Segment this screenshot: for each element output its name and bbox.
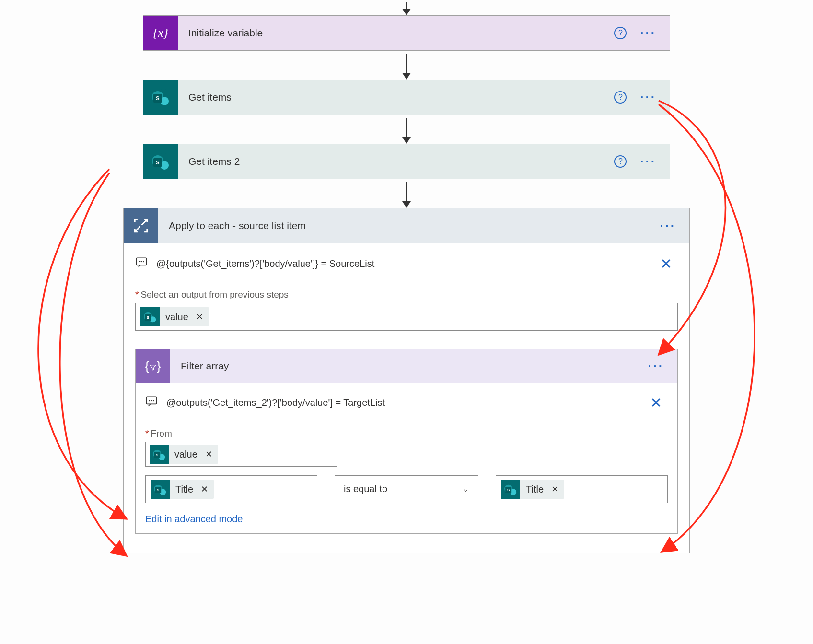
comment-text: @{outputs('Get_items')?['body/value']} =… xyxy=(156,258,374,269)
close-icon[interactable]: ✕ xyxy=(660,255,678,272)
flow-arrow xyxy=(402,179,411,208)
flow-arrow xyxy=(402,51,411,80)
step-title: Get items xyxy=(178,92,614,103)
step-title: Filter array xyxy=(170,360,648,372)
variable-icon: {x} xyxy=(143,16,178,50)
step-title: Get items 2 xyxy=(178,156,614,167)
step-title: Apply to each - source list item xyxy=(158,220,660,231)
token-value[interactable]: S value ✕ xyxy=(150,445,218,464)
comment-icon xyxy=(135,256,148,272)
edit-advanced-link[interactable]: Edit in advanced mode xyxy=(145,514,668,525)
condition-operator-select[interactable]: is equal to ⌄ xyxy=(335,475,478,502)
from-input[interactable]: S value ✕ xyxy=(145,442,337,467)
more-icon[interactable]: ··· xyxy=(660,218,676,233)
chevron-down-icon: ⌄ xyxy=(462,483,469,494)
field-label: *From xyxy=(145,428,668,439)
help-icon[interactable]: ? xyxy=(614,155,627,168)
close-icon[interactable]: ✕ xyxy=(650,394,668,411)
loop-icon xyxy=(124,208,158,243)
step-title: Initialize variable xyxy=(178,27,614,39)
filter-icon: {} xyxy=(136,349,170,383)
svg-point-3 xyxy=(143,261,144,262)
svg-point-1 xyxy=(139,261,139,262)
help-icon[interactable]: ? xyxy=(614,27,627,39)
sharepoint-icon: S xyxy=(143,144,178,179)
token-title-left[interactable]: S Title ✕ xyxy=(151,480,214,499)
flow-arrow xyxy=(402,0,411,15)
filter-array-header[interactable]: {} Filter array ··· xyxy=(136,349,677,383)
token-remove-icon[interactable]: ✕ xyxy=(549,484,558,494)
token-remove-icon[interactable]: ✕ xyxy=(203,449,212,460)
token-remove-icon[interactable]: ✕ xyxy=(194,311,203,322)
comment-row: @{outputs('Get_items')?['body/value']} =… xyxy=(135,255,678,272)
step-get-items-2[interactable]: S Get items 2 ? ··· xyxy=(143,144,670,179)
step-get-items[interactable]: S Get items ? ··· xyxy=(143,80,670,115)
select-output-input[interactable]: S value ✕ xyxy=(135,303,678,331)
more-icon[interactable]: ··· xyxy=(640,90,656,105)
token-value[interactable]: S value ✕ xyxy=(140,307,209,326)
flow-arrow xyxy=(402,115,411,144)
more-icon[interactable]: ··· xyxy=(640,26,656,41)
sharepoint-icon: S xyxy=(143,80,178,115)
svg-point-6 xyxy=(151,400,151,401)
token-title-right[interactable]: S Title ✕ xyxy=(501,480,564,499)
step-apply-to-each: Apply to each - source list item ··· @{o… xyxy=(123,208,690,553)
token-remove-icon[interactable]: ✕ xyxy=(199,484,208,494)
step-filter-array: {} Filter array ··· xyxy=(135,349,678,534)
comment-text: @outputs('Get_items_2')?['body/value'] =… xyxy=(166,397,385,408)
more-icon[interactable]: ··· xyxy=(640,154,656,169)
svg-point-2 xyxy=(141,261,141,262)
more-icon[interactable]: ··· xyxy=(648,359,664,374)
svg-point-7 xyxy=(153,400,154,401)
comment-icon xyxy=(145,395,158,411)
svg-point-5 xyxy=(149,400,150,401)
condition-right-input[interactable]: S Title ✕ xyxy=(496,475,668,503)
apply-to-each-header[interactable]: Apply to each - source list item ··· xyxy=(124,208,689,243)
field-label: *Select an output from previous steps xyxy=(135,289,678,300)
step-initialize-variable[interactable]: {x} Initialize variable ? ··· xyxy=(143,15,670,51)
help-icon[interactable]: ? xyxy=(614,91,627,104)
condition-left-input[interactable]: S Title ✕ xyxy=(145,475,317,503)
comment-row: @outputs('Get_items_2')?['body/value'] =… xyxy=(145,394,668,411)
